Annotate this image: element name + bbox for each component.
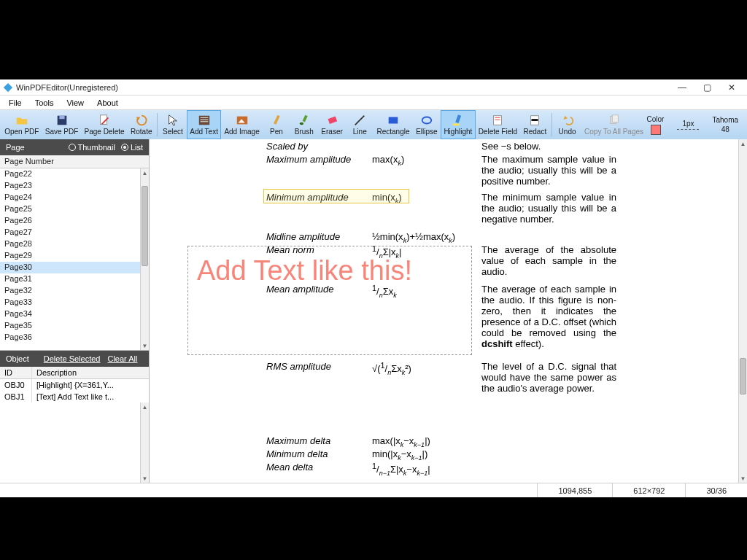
view-list-radio[interactable]: List <box>121 143 143 152</box>
scroll-up-icon[interactable]: ▲ <box>739 139 747 148</box>
scroll-down-icon[interactable]: ▼ <box>141 341 149 350</box>
page-list-item[interactable]: Page36 <box>0 332 140 343</box>
object-col-desc: Description <box>32 367 149 378</box>
delete-field-icon <box>491 114 504 127</box>
svg-point-19 <box>422 117 432 124</box>
doc-desc: See −s below. <box>481 141 616 152</box>
brush-button[interactable]: Brush <box>290 110 318 139</box>
line-button[interactable]: Line <box>346 110 374 139</box>
page-delete-button[interactable]: Page Delete <box>81 110 127 139</box>
highlight-annotation[interactable] <box>263 189 409 203</box>
menu-view[interactable]: View <box>61 97 90 109</box>
page-list-item[interactable]: Page35 <box>0 320 140 332</box>
menu-about[interactable]: About <box>91 97 124 109</box>
pen-button[interactable]: Pen <box>263 110 290 139</box>
scroll-up-icon[interactable]: ▲ <box>141 402 149 411</box>
font-picker[interactable]: Tahoma 48 <box>712 116 738 133</box>
floppy-icon <box>55 114 69 127</box>
svg-point-15 <box>300 122 303 125</box>
delete-field-button[interactable]: Delete Field <box>476 110 520 139</box>
object-table-scrollbar[interactable]: ▲ ▼ <box>140 402 149 483</box>
doc-label: Minimum delta <box>266 448 328 459</box>
scroll-down-icon[interactable]: ▼ <box>739 474 747 483</box>
redact-button[interactable]: Redact <box>520 110 550 139</box>
view-thumbnail-radio[interactable]: Thumbnail <box>69 143 115 152</box>
page-list-item[interactable]: Page23 <box>0 180 140 192</box>
menu-file[interactable]: File <box>3 97 28 109</box>
stroke-width-picker[interactable]: 1px <box>677 120 699 130</box>
copy-all-pages-button[interactable]: Copy To All Pages <box>581 110 647 139</box>
scroll-up-icon[interactable]: ▲ <box>141 168 149 177</box>
rotate-icon <box>135 114 148 127</box>
page-list-scrollbar[interactable]: ▲ ▼ <box>140 168 149 350</box>
doc-label: Maximum amplitude <box>266 154 351 165</box>
page-list-item[interactable]: Page32 <box>0 285 140 297</box>
page-list-item[interactable]: Page22 <box>0 168 140 180</box>
page-list-item[interactable]: Page30 <box>0 262 140 273</box>
save-pdf-button[interactable]: Save PDF <box>42 110 82 139</box>
menu-tools[interactable]: Tools <box>29 97 60 109</box>
svg-marker-27 <box>563 116 567 120</box>
doc-label: Scaled by <box>266 141 308 152</box>
page-list-item[interactable]: Page34 <box>0 308 140 320</box>
page-panel-header: Page Thumbnail List <box>0 139 149 155</box>
object-row[interactable]: OBJ0 [Highlight] {X=361,Y... <box>0 379 149 391</box>
doc-formula: 1/n−1Σ|xk−xk−1| <box>372 462 430 477</box>
brush-icon <box>298 114 311 127</box>
doc-desc: The maximum sample value in the audio; u… <box>481 154 616 187</box>
svg-marker-6 <box>169 115 177 125</box>
svg-line-17 <box>355 116 365 125</box>
page-list-item[interactable]: Page27 <box>0 227 140 238</box>
ellipse-button[interactable]: Ellipse <box>413 110 441 139</box>
canvas-scrollbar[interactable]: ▲ ▼ <box>738 139 747 483</box>
undo-button[interactable]: Undo <box>554 110 581 139</box>
svg-rect-29 <box>612 115 618 122</box>
undo-icon <box>561 114 574 127</box>
scroll-down-icon[interactable]: ▼ <box>141 474 149 483</box>
redact-icon <box>528 114 541 127</box>
doc-formula: max(|xk−xk−1|) <box>372 435 430 448</box>
doc-formula: √(1/nΣxk²) <box>372 361 411 376</box>
svg-rect-14 <box>302 115 307 122</box>
object-panel: Object Delete Selected Clear All ID Desc… <box>0 350 149 483</box>
rotate-button[interactable]: Rotate <box>128 110 155 139</box>
text-annotation[interactable]: Add Text like this! <box>187 246 472 355</box>
doc-label: RMS amplitude <box>266 361 331 372</box>
stroke-preview-icon <box>677 129 699 130</box>
status-pagesize: 612×792 <box>612 483 685 497</box>
eraser-button[interactable]: Eraser <box>318 110 346 139</box>
page-list-item[interactable]: Page26 <box>0 215 140 227</box>
select-button[interactable]: Select <box>159 110 187 139</box>
add-image-button[interactable]: Add Image <box>221 110 263 139</box>
folder-open-icon <box>15 114 28 127</box>
add-text-button[interactable]: Add Text <box>187 110 221 139</box>
doc-label: Maximum delta <box>266 435 330 446</box>
doc-formula: max(xk) <box>372 154 404 167</box>
text-icon <box>198 114 211 127</box>
object-row[interactable]: OBJ1 [Text] Add Text like t... <box>0 391 149 402</box>
page-list-item[interactable]: Page28 <box>0 238 140 250</box>
close-button[interactable]: ✕ <box>719 80 744 95</box>
page-list: Page22Page23Page24Page25Page26Page27Page… <box>0 168 149 350</box>
page-list-item[interactable]: Page29 <box>0 250 140 262</box>
scroll-thumb[interactable] <box>142 186 148 266</box>
maximize-button[interactable]: ▢ <box>694 80 719 95</box>
document-canvas[interactable]: Scaled by See −s below. Maximum amplitud… <box>150 139 747 483</box>
left-panel: Page Thumbnail List Page Number Page22Pa… <box>0 139 150 483</box>
open-pdf-button[interactable]: Open PDF <box>1 110 42 139</box>
color-picker[interactable]: Color <box>647 115 665 135</box>
object-panel-header: Object Delete Selected Clear All <box>0 351 149 367</box>
minimize-button[interactable]: — <box>670 80 694 95</box>
page-list-item[interactable]: Page24 <box>0 192 140 203</box>
page-list-item[interactable]: Page31 <box>0 273 140 285</box>
delete-selected-link[interactable]: Delete Selected <box>44 354 101 363</box>
clear-all-link[interactable]: Clear All <box>107 354 137 363</box>
highlight-button[interactable]: Highlight <box>441 110 476 139</box>
eraser-icon <box>325 114 338 127</box>
page-list-item[interactable]: Page33 <box>0 297 140 308</box>
scroll-thumb[interactable] <box>740 358 746 394</box>
doc-desc: The average of each sample in the audio.… <box>481 284 616 349</box>
page-list-item[interactable]: Page25 <box>0 203 140 215</box>
rectangle-button[interactable]: Rectangle <box>374 110 412 139</box>
svg-rect-26 <box>532 119 538 121</box>
